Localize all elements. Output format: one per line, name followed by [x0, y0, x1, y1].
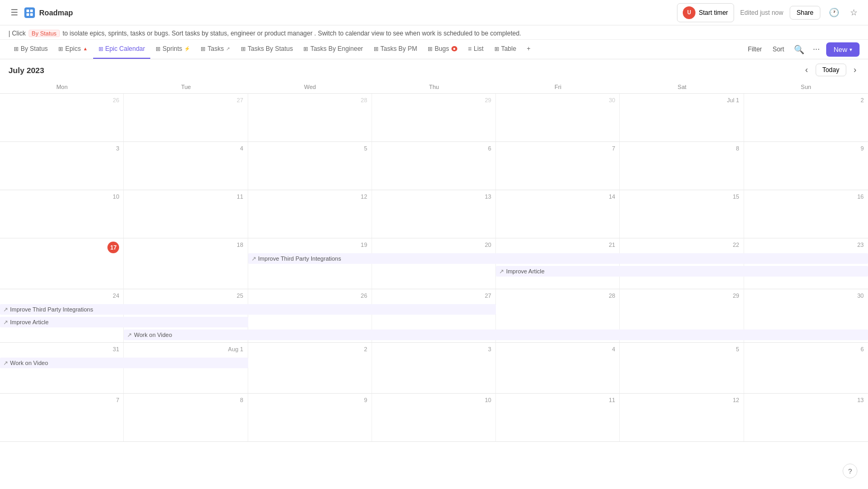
tab-epics[interactable]: ⊞ Epics ▲	[53, 40, 93, 59]
cell-jul11[interactable]: 11	[124, 190, 248, 238]
cell-aug10[interactable]: 10	[372, 394, 496, 441]
cell-jun30[interactable]: 30	[496, 94, 620, 141]
cell-jul13[interactable]: 13	[372, 190, 496, 238]
tab-table[interactable]: ⊞ Table	[489, 40, 522, 59]
week-6: 31 Aug 1 2 3 4 5 6	[0, 343, 868, 393]
cell-jul2[interactable]: 2	[744, 94, 868, 141]
tab-tasks-label: Tasks	[207, 45, 224, 52]
search-button[interactable]: 🔍	[792, 42, 807, 57]
cell-jun26[interactable]: 26	[0, 94, 124, 141]
cell-jul1[interactable]: Jul 1	[620, 94, 744, 141]
cell-jun29[interactable]: 29	[372, 94, 496, 141]
cell-jul26[interactable]: 26	[248, 289, 372, 342]
cell-jul4[interactable]: 4	[124, 142, 248, 190]
cell-aug6[interactable]: 6	[744, 343, 868, 393]
calendar-scroll[interactable]: Mon Tue Wed Thu Fri Sat Sun 26 27 28 29 …	[0, 81, 868, 489]
cell-aug8[interactable]: 8	[124, 394, 248, 441]
by-status-tag[interactable]: By Status	[29, 30, 60, 37]
tab-epic-calendar[interactable]: ⊞ Epic Calendar	[93, 40, 150, 59]
prev-month-button[interactable]: ‹	[802, 64, 811, 76]
next-month-button[interactable]: ›	[851, 64, 860, 76]
edited-label: Edited just now	[740, 9, 783, 16]
cell-aug2[interactable]: 2	[248, 343, 372, 393]
tab-tasks-by-pm[interactable]: ⊞ Tasks By PM	[368, 40, 422, 59]
tab-tasks[interactable]: ⊞ Tasks ↗	[195, 40, 236, 59]
today-button[interactable]: Today	[816, 64, 846, 76]
cell-jul15[interactable]: 15	[620, 190, 744, 238]
tabs-bar: ⊞ By Status ⊞ Epics ▲ ⊞ Epic Calendar ⊞ …	[0, 40, 868, 59]
svg-rect-1	[30, 10, 33, 12]
cell-jun28[interactable]: 28	[248, 94, 372, 141]
hamburger-button[interactable]: ☰	[8, 5, 20, 20]
cell-aug13[interactable]: 13	[744, 394, 868, 441]
tab-sprints-icon: ⊞	[156, 46, 160, 52]
week-5: 24 25 26 27 28 29 30	[0, 289, 868, 342]
cell-jul6[interactable]: 6	[372, 142, 496, 190]
tab-epic-calendar-icon: ⊞	[98, 46, 103, 52]
cell-aug4[interactable]: 4	[496, 343, 620, 393]
cell-jul3[interactable]: 3	[0, 142, 124, 190]
tab-sprints[interactable]: ⊞ Sprints ⚡	[150, 40, 195, 59]
cell-jul30[interactable]: 30	[744, 289, 868, 342]
cell-aug3[interactable]: 3	[372, 343, 496, 393]
cell-aug12[interactable]: 12	[620, 394, 744, 441]
cell-jul10[interactable]: 10	[0, 190, 124, 238]
svg-rect-3	[30, 13, 33, 16]
day-mon: Mon	[0, 81, 124, 93]
cell-jul8[interactable]: 8	[620, 142, 744, 190]
tab-list[interactable]: ≡ List	[463, 40, 489, 59]
week-2: 3 4 5 6 7 8 9	[0, 142, 868, 190]
new-button[interactable]: New ▾	[826, 42, 860, 57]
sort-button[interactable]: Sort	[770, 43, 788, 55]
tab-tasks-icon: ⊞	[201, 46, 205, 52]
cell-jul19[interactable]: 19	[248, 238, 372, 289]
cell-jul20[interactable]: 20	[372, 238, 496, 289]
help-button[interactable]: ?	[843, 464, 857, 478]
tab-tasks-by-status[interactable]: ⊞ Tasks By Status	[236, 40, 298, 59]
history-icon-button[interactable]: 🕐	[827, 5, 842, 20]
cell-jul16[interactable]: 16	[744, 190, 868, 238]
cell-jul14[interactable]: 14	[496, 190, 620, 238]
svg-rect-2	[26, 13, 29, 16]
tab-by-status-label: By Status	[21, 45, 48, 52]
share-button[interactable]: Share	[790, 6, 820, 20]
tab-tasks-by-engineer[interactable]: ⊞ Tasks By Engineer	[298, 40, 368, 59]
desc-text-after: to isolate epics, sprints, tasks or bugs…	[62, 30, 521, 37]
more-button[interactable]: ···	[811, 42, 822, 56]
cell-jul18[interactable]: 18	[124, 238, 248, 289]
cell-jul31[interactable]: 31	[0, 343, 124, 393]
main-content: | Click By Status to isolate epics, spri…	[0, 25, 868, 489]
filter-button[interactable]: Filter	[745, 43, 765, 55]
cell-jul29[interactable]: 29	[620, 289, 744, 342]
tab-by-status[interactable]: ⊞ By Status	[8, 40, 53, 59]
add-tab-icon: +	[527, 45, 530, 52]
cell-aug5[interactable]: 5	[620, 343, 744, 393]
tab-tasks-by-status-label: Tasks By Status	[248, 45, 293, 52]
cell-aug1[interactable]: Aug 1	[124, 343, 248, 393]
cell-aug11[interactable]: 11	[496, 394, 620, 441]
cell-jul22[interactable]: 22	[620, 238, 744, 289]
cell-jul28[interactable]: 28	[496, 289, 620, 342]
cell-jul17[interactable]: 17	[0, 238, 124, 289]
cell-jul25[interactable]: 25	[124, 289, 248, 342]
day-thu: Thu	[372, 81, 496, 93]
cell-jul27[interactable]: 27	[372, 289, 496, 342]
desc-text-before: | Click	[8, 30, 28, 37]
cell-jul21[interactable]: 21	[496, 238, 620, 289]
description-area: | Click By Status to isolate epics, spri…	[0, 25, 868, 40]
cell-jul9[interactable]: 9	[744, 142, 868, 190]
tab-bugs[interactable]: ⊞ Bugs ●	[422, 40, 463, 59]
cell-aug7[interactable]: 7	[0, 394, 124, 441]
cell-aug9[interactable]: 9	[248, 394, 372, 441]
cell-jun27[interactable]: 27	[124, 94, 248, 141]
cell-jul7[interactable]: 7	[496, 142, 620, 190]
cell-jul12[interactable]: 12	[248, 190, 372, 238]
cell-jul24[interactable]: 24	[0, 289, 124, 342]
day-sun: Sun	[744, 81, 868, 93]
day-tue: Tue	[124, 81, 248, 93]
start-timer-button[interactable]: U Start timer	[677, 3, 734, 22]
star-icon-button[interactable]: ☆	[848, 5, 860, 20]
cell-jul23[interactable]: 23	[744, 238, 868, 289]
tab-add[interactable]: +	[521, 40, 536, 59]
cell-jul5[interactable]: 5	[248, 142, 372, 190]
